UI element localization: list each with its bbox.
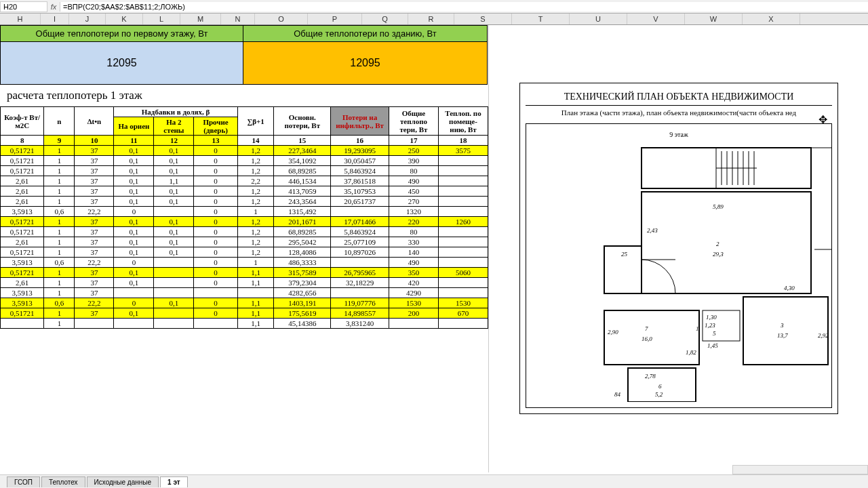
cell[interactable]: 2,61 [1,176,44,186]
col-header-U[interactable]: U [570,14,627,24]
cell[interactable]: 0 [194,278,237,288]
cell[interactable]: 37 [75,146,114,156]
cell[interactable]: 0 [194,217,237,227]
col-header-S[interactable]: S [454,14,512,24]
col-header-I[interactable]: I [41,14,69,24]
cell[interactable] [438,237,488,247]
cell[interactable]: 22,2 [75,258,114,268]
cell[interactable]: 2,61 [1,197,44,207]
cell[interactable]: 1 [237,207,274,217]
table-row[interactable]: 3,59131374282,6564290 [1,288,488,298]
cell[interactable]: 4290 [389,288,438,298]
col-header-V[interactable]: V [627,14,685,24]
cell[interactable]: 1,2 [237,247,274,258]
cell[interactable]: 3,831240 [331,319,389,329]
cell[interactable]: 0 [194,176,237,186]
cell[interactable] [438,247,488,258]
cell[interactable]: 37 [75,288,114,298]
cell[interactable]: 0,51721 [1,227,44,237]
cell[interactable] [438,278,488,288]
cell[interactable]: 5,8463924 [331,166,389,176]
formula-input[interactable]: =ВПР(C20;$AA$2:$AB$11;2;ЛОЖЬ) [60,2,868,12]
cell[interactable]: 1,2 [237,156,274,166]
table-row[interactable]: 0,517211370,10,101,2201,167117,071466220… [1,217,488,227]
cell[interactable] [154,288,194,298]
cell[interactable]: 1 [44,156,75,166]
cell[interactable]: 3,5913 [1,207,44,217]
table-row[interactable]: 2,611370,10,101,2413,705935,107953450 [1,186,488,197]
cell[interactable]: 1,2 [237,227,274,237]
cell[interactable]: 227,3464 [274,146,331,156]
cell[interactable]: 0,1 [154,156,194,166]
cell[interactable]: 250 [389,146,438,156]
cell[interactable]: 0 [194,197,237,207]
cell[interactable]: 0 [194,207,237,217]
cell[interactable]: 37 [75,227,114,237]
cell[interactable]: 3,5913 [1,288,44,298]
data-table[interactable]: Коэф-т Вт/м2С n Δt•n Надбавки в долях, β… [0,106,488,329]
cell[interactable] [438,207,488,217]
cell[interactable]: 68,89285 [274,227,331,237]
col-header-L[interactable]: L [143,14,180,24]
cell[interactable]: 45,14386 [274,319,331,329]
cell[interactable]: 2,61 [1,186,44,197]
cell[interactable]: 0,1 [114,247,154,258]
cell[interactable] [75,319,114,329]
cell[interactable]: 0,1 [154,197,194,207]
col-header-T[interactable]: T [512,14,570,24]
col-header-P[interactable]: P [308,14,362,24]
cell[interactable]: 0,1 [114,308,154,319]
cell[interactable]: 25,077109 [331,237,389,247]
cell[interactable]: 32,18229 [331,278,389,288]
cell[interactable]: 243,3564 [274,197,331,207]
cell[interactable] [438,288,488,298]
cell[interactable]: 0,1 [114,217,154,227]
cell[interactable]: 420 [389,278,438,288]
table-row[interactable]: 0,517211370,101,1175,561914,898557200670 [1,308,488,319]
cell[interactable] [389,319,438,329]
cell[interactable]: 1 [44,166,75,176]
cell[interactable]: 2,61 [1,237,44,247]
cell[interactable]: 1,1 [237,308,274,319]
cell[interactable]: 1320 [389,207,438,217]
cell[interactable] [154,278,194,288]
col-header-R[interactable]: R [408,14,454,24]
cell[interactable]: 14,898557 [331,308,389,319]
cell[interactable]: 330 [389,237,438,247]
cell[interactable]: 1403,191 [274,298,331,308]
cell[interactable]: 379,2304 [274,278,331,288]
cell[interactable]: 0,6 [44,298,75,308]
cell[interactable]: 0 [114,258,154,268]
cell[interactable]: 37 [75,308,114,319]
cell[interactable]: 175,5619 [274,308,331,319]
cell[interactable]: 10,897026 [331,247,389,258]
cell[interactable]: 0,51721 [1,268,44,278]
cell[interactable]: 1,1 [237,319,274,329]
cell[interactable]: 37 [75,247,114,258]
table-row[interactable]: 0,517211370,10,101,2354,109230,050457390 [1,156,488,166]
cell[interactable] [438,156,488,166]
cell[interactable]: 128,4086 [274,247,331,258]
cell[interactable]: 270 [389,197,438,207]
cell[interactable]: 0,1 [154,186,194,197]
cell[interactable]: 350 [389,268,438,278]
table-row[interactable]: 3,59130,622,20011315,4921320 [1,207,488,217]
cell[interactable]: 390 [389,156,438,166]
cell[interactable]: 670 [438,308,488,319]
cell[interactable]: 30,050457 [331,156,389,166]
cell[interactable]: 1260 [438,217,488,227]
cell[interactable]: 22,2 [75,298,114,308]
cell[interactable]: 0,1 [114,146,154,156]
cell[interactable]: 315,7589 [274,268,331,278]
table-row[interactable]: 2,611370,11,102,2446,153437,861518490 [1,176,488,186]
cell[interactable]: 220 [389,217,438,227]
cell[interactable]: 19,293095 [331,146,389,156]
table-row[interactable]: 0,517211370,10,101,268,892855,846392480 [1,166,488,176]
cell[interactable]: 0,51721 [1,308,44,319]
cell[interactable]: 0 [194,247,237,258]
cell[interactable] [438,227,488,237]
table-row[interactable]: 0,517211370,10,101,2128,408610,897026140 [1,247,488,258]
cell[interactable]: 0 [194,237,237,247]
cell[interactable]: 20,651737 [331,197,389,207]
sheet-tab[interactable]: Исходные данные [87,476,159,487]
